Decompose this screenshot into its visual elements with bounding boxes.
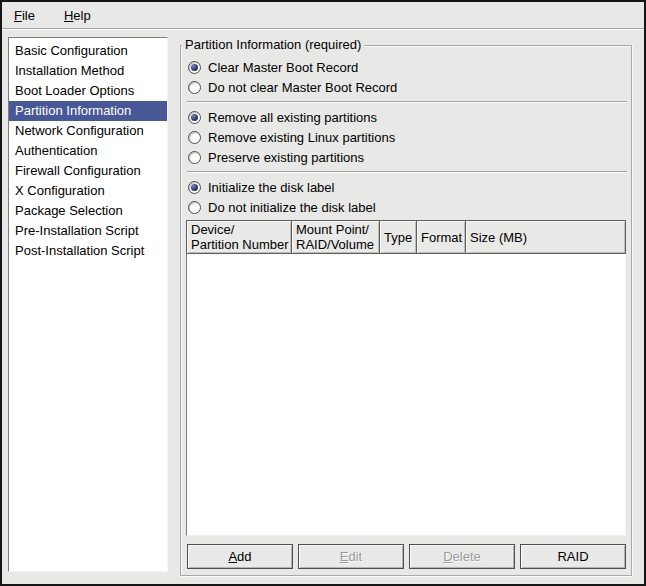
sidebar-item-package-selection[interactable]: Package Selection	[9, 201, 167, 221]
radio-groups: Clear Master Boot RecordDo not clear Mas…	[186, 57, 628, 217]
sidebar-item-partition-information[interactable]: Partition Information	[9, 101, 167, 121]
radio-label: Preserve existing partitions	[208, 150, 364, 165]
partition-table-header: Device/Partition NumberMount Point/RAID/…	[186, 220, 626, 254]
sidebar-item-firewall-configuration[interactable]: Firewall Configuration	[9, 161, 167, 181]
sidebar-item-post-installation-script[interactable]: Post-Installation Script	[9, 241, 167, 261]
column-header-text: Format	[421, 230, 465, 245]
separator	[187, 101, 627, 103]
application-window: FileHelp Basic ConfigurationInstallation…	[0, 0, 646, 586]
button-row: AddEditDeleteRAID	[187, 544, 626, 569]
radio-do-not-clear-master-boot-record[interactable]: Do not clear Master Boot Record	[186, 77, 628, 97]
column-header-text: Mount Point/	[296, 222, 379, 237]
radio-button-icon	[188, 81, 201, 94]
menu-help[interactable]: Help	[61, 6, 94, 25]
column-header-format[interactable]: Format	[416, 220, 466, 254]
radio-preserve-existing-partitions[interactable]: Preserve existing partitions	[186, 147, 628, 167]
column-header-type[interactable]: Type	[379, 220, 417, 254]
menubar-separator	[2, 28, 644, 30]
sidebar-item-boot-loader-options[interactable]: Boot Loader Options	[9, 81, 167, 101]
menu-file[interactable]: File	[11, 6, 38, 25]
radio-clear-master-boot-record[interactable]: Clear Master Boot Record	[186, 57, 628, 77]
column-header-mount-point-raid-volume[interactable]: Mount Point/RAID/Volume	[291, 220, 380, 254]
sidebar-item-basic-configuration[interactable]: Basic Configuration	[9, 41, 167, 61]
edit-button: Edit	[298, 544, 404, 569]
radio-remove-existing-linux-partitions[interactable]: Remove existing Linux partitions	[186, 127, 628, 147]
separator	[187, 171, 627, 173]
column-header-device-partition-number[interactable]: Device/Partition Number	[186, 220, 292, 254]
sidebar-list: Basic ConfigurationInstallation MethodBo…	[8, 37, 168, 572]
sidebar-item-network-configuration[interactable]: Network Configuration	[9, 121, 167, 141]
radio-button-icon	[188, 151, 201, 164]
radio-label: Remove all existing partitions	[208, 110, 377, 125]
partition-information-frame: Partition Information (required) Clear M…	[180, 45, 632, 576]
radio-remove-all-existing-partitions[interactable]: Remove all existing partitions	[186, 107, 628, 127]
radio-button-icon	[188, 131, 201, 144]
sidebar-item-installation-method[interactable]: Installation Method	[9, 61, 167, 81]
add-button[interactable]: Add	[187, 544, 293, 569]
column-header-text: Size (MB)	[470, 230, 625, 245]
column-header-text: Device/	[191, 222, 291, 237]
radio-label: Initialize the disk label	[208, 180, 334, 195]
radio-do-not-initialize-the-disk-label[interactable]: Do not initialize the disk label	[186, 197, 628, 217]
partition-table: Device/Partition NumberMount Point/RAID/…	[186, 220, 626, 536]
radio-label: Do not initialize the disk label	[208, 200, 376, 215]
radio-label: Do not clear Master Boot Record	[208, 80, 397, 95]
radio-initialize-the-disk-label[interactable]: Initialize the disk label	[186, 177, 628, 197]
sidebar-item-x-configuration[interactable]: X Configuration	[9, 181, 167, 201]
radio-button-icon	[188, 61, 201, 74]
menu-bar: FileHelp	[2, 2, 644, 28]
partition-table-body	[186, 254, 626, 536]
sidebar-item-pre-installation-script[interactable]: Pre-Installation Script	[9, 221, 167, 241]
frame-title: Partition Information (required)	[182, 36, 364, 54]
column-header-text: RAID/Volume	[296, 237, 379, 252]
column-header-size-mb[interactable]: Size (MB)	[465, 220, 626, 254]
radio-button-icon	[188, 111, 201, 124]
sidebar-item-authentication[interactable]: Authentication	[9, 141, 167, 161]
radio-label: Remove existing Linux partitions	[208, 130, 395, 145]
radio-label: Clear Master Boot Record	[208, 60, 358, 75]
delete-button: Delete	[409, 544, 515, 569]
column-header-text: Type	[384, 230, 416, 245]
column-header-text: Partition Number	[191, 237, 291, 252]
raid-button[interactable]: RAID	[520, 544, 626, 569]
radio-button-icon	[188, 201, 201, 214]
radio-button-icon	[188, 181, 201, 194]
